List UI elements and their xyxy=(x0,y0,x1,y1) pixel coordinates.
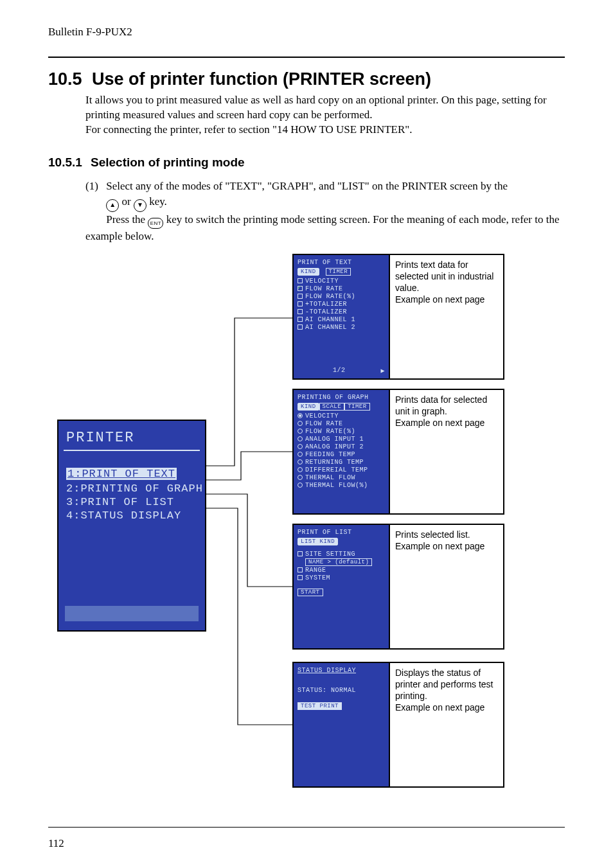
diagram-area: PRINTER 1:PRINT OF TEXT 2:PRINTING OF GR… xyxy=(48,254,565,813)
step-line-1b: key. xyxy=(149,195,167,208)
name-field[interactable]: NAME > (default) xyxy=(305,558,372,566)
desc-line: Example on next page xyxy=(395,540,498,552)
up-key-icon: ▲ xyxy=(106,199,119,212)
checkbox-range[interactable] xyxy=(298,567,303,572)
printer-menu-title: PRINTER xyxy=(66,430,200,446)
step-number: (1) xyxy=(85,179,103,195)
checkbox-label: SITE SETTING xyxy=(305,551,355,558)
radio-flow-rate[interactable] xyxy=(298,421,303,426)
checkbox-label: AI CHANNEL 1 xyxy=(305,316,355,323)
printer-menu-divider xyxy=(64,450,200,451)
desc-text: Prints text data for selected unit in in… xyxy=(390,254,504,380)
desc-line: Prints text data for selected unit in in… xyxy=(395,259,498,294)
checkbox-flow-rate-pct[interactable] xyxy=(298,294,303,299)
printing-of-graph-screen: PRINTING OF GRAPH KIND SCALE TIMER VELOC… xyxy=(292,389,390,515)
screen-title-status: STATUS DISPLAY xyxy=(298,667,385,674)
radio-label: ANALOG INPUT 2 xyxy=(305,443,364,450)
diagram-row-graph: PRINTING OF GRAPH KIND SCALE TIMER VELOC… xyxy=(292,389,504,515)
rule-top xyxy=(48,57,565,58)
screen-title-graph: PRINTING OF GRAPH xyxy=(298,394,385,401)
test-print-button[interactable]: TEST PRINT xyxy=(298,702,342,710)
status-display-screen: STATUS DISPLAY STATUS: NORMAL TEST PRINT xyxy=(292,662,390,788)
radio-label: THERMAL FLOW xyxy=(305,474,355,481)
radio-label: ANALOG INPUT 1 xyxy=(305,436,364,443)
rule-bottom xyxy=(48,827,565,828)
next-page-arrow-icon[interactable]: ▶ xyxy=(380,367,385,375)
checkbox-label: +TOTALIZER xyxy=(305,301,347,308)
ent-key-icon: ENT xyxy=(148,218,163,229)
down-key-icon: ▼ xyxy=(134,199,147,212)
screen-title-list: PRINT OF LIST xyxy=(298,529,385,536)
radio-velocity[interactable] xyxy=(298,413,303,418)
checkbox-site-setting[interactable] xyxy=(298,551,303,556)
diagram-row-text: PRINT OF TEXT KIND TIMER VELOCITY FLOW R… xyxy=(292,254,504,380)
checkbox-system[interactable] xyxy=(298,575,303,580)
intro-line-1: It allows you to print measured value as… xyxy=(85,93,565,123)
checkbox-velocity[interactable] xyxy=(298,278,303,283)
checkbox-label: SYSTEM xyxy=(305,574,330,581)
radio-label: THERMAL FLOW(%) xyxy=(305,482,368,489)
tab-list-kind[interactable]: LIST KIND xyxy=(298,538,338,545)
radio-label: FEEDING TEMP xyxy=(305,451,355,458)
tab-timer-graph[interactable]: TIMER xyxy=(344,403,370,411)
step-line-2a: Press the xyxy=(106,213,148,226)
checkbox-minus-totalizer[interactable] xyxy=(298,309,303,314)
tab-scale[interactable]: SCALE xyxy=(319,403,345,411)
desc-line: Displays the status of printer and perfo… xyxy=(395,667,498,702)
checkbox-flow-rate[interactable] xyxy=(298,286,303,291)
printer-menu-screen: PRINTER 1:PRINT OF TEXT 2:PRINTING OF GR… xyxy=(57,420,206,632)
radio-label: FLOW RATE(%) xyxy=(305,428,355,435)
printer-menu-item-2[interactable]: 2:PRINTING OF GRAPH xyxy=(66,483,200,495)
radio-feeding-temp[interactable] xyxy=(298,452,303,457)
diagram-row-list: PRINT OF LIST LIST KIND SITE SETTING NAM… xyxy=(292,524,504,650)
desc-line: Example on next page xyxy=(395,702,498,713)
radio-label: DIFFEREIAL TEMP xyxy=(305,466,368,474)
radio-label: FLOW RATE xyxy=(305,420,343,427)
radio-returning-temp[interactable] xyxy=(298,459,303,465)
radio-ai1[interactable] xyxy=(298,436,303,441)
checkbox-label: -TOTALIZER xyxy=(305,308,347,315)
checkbox-label: FLOW RATE xyxy=(305,285,343,292)
step-line-1a: Select any of the modes of "TEXT", "GRAP… xyxy=(106,180,508,192)
heading-number: 10.5 xyxy=(48,69,85,89)
bulletin-id: Bulletin F-9-PUX2 xyxy=(48,26,565,39)
desc-line: Prints data for selected unit in graph. xyxy=(395,394,498,417)
page-indicator: 1/2 xyxy=(333,367,346,375)
radio-thermal-flow[interactable] xyxy=(298,475,303,480)
print-of-text-screen: PRINT OF TEXT KIND TIMER VELOCITY FLOW R… xyxy=(292,254,390,380)
checkbox-label: FLOW RATE(%) xyxy=(305,293,355,300)
radio-ai2[interactable] xyxy=(298,444,303,449)
heading-title: Use of printer function (PRINTER screen) xyxy=(92,69,431,89)
desc-graph: Prints data for selected unit in graph. … xyxy=(390,389,504,515)
tab-timer[interactable]: TIMER xyxy=(326,268,351,276)
tab-kind-graph[interactable]: KIND xyxy=(298,403,319,411)
radio-label: RETURNING TEMP xyxy=(305,459,364,466)
status-line: STATUS: NORMAL xyxy=(298,687,385,694)
checkbox-ai-ch2[interactable] xyxy=(298,324,303,330)
print-of-list-screen: PRINT OF LIST LIST KIND SITE SETTING NAM… xyxy=(292,524,390,650)
radio-label: VELOCITY xyxy=(305,412,339,420)
printer-menu-item-1[interactable]: 1:PRINT OF TEXT xyxy=(66,468,177,480)
screen-title-text: PRINT OF TEXT xyxy=(298,259,385,266)
desc-status: Displays the status of printer and perfo… xyxy=(390,662,504,788)
radio-thermal-flow-pct[interactable] xyxy=(298,483,303,488)
radio-diff-temp[interactable] xyxy=(298,467,303,472)
radio-flow-rate-pct[interactable] xyxy=(298,429,303,434)
checkbox-ai-ch1[interactable] xyxy=(298,317,303,322)
checkbox-label: VELOCITY xyxy=(305,278,339,285)
checkbox-label: AI CHANNEL 2 xyxy=(305,324,355,331)
start-button[interactable]: START xyxy=(298,589,323,596)
subheading-title: Selection of printing mode xyxy=(91,155,245,170)
page-number: 112 xyxy=(48,837,64,850)
tab-kind[interactable]: KIND xyxy=(298,268,319,276)
printer-menu-item-4[interactable]: 4:STATUS DISPLAY xyxy=(66,509,200,522)
printer-menu-bottom-bar xyxy=(65,606,199,621)
checkbox-plus-totalizer[interactable] xyxy=(298,301,303,306)
checkbox-label: RANGE xyxy=(305,567,326,574)
desc-line: Prints selected list. xyxy=(395,529,498,540)
printer-menu-item-3[interactable]: 3:PRINT OF LIST xyxy=(66,496,200,508)
or-word: or xyxy=(122,195,131,208)
diagram-row-status: STATUS DISPLAY STATUS: NORMAL TEST PRINT… xyxy=(292,662,504,788)
intro-line-2: For connecting the printer, refer to sec… xyxy=(85,123,565,137)
desc-list: Prints selected list. Example on next pa… xyxy=(390,524,504,650)
